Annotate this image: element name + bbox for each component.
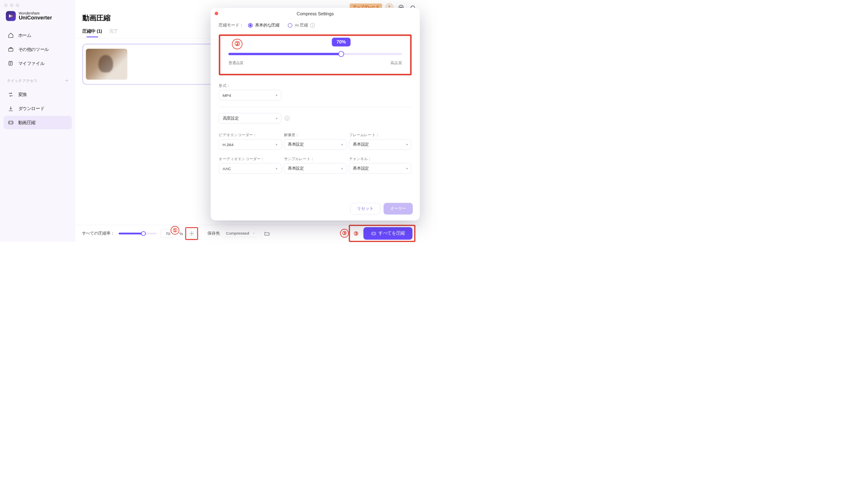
chevron-down-icon: ▾ bbox=[276, 93, 277, 97]
resolution-select[interactable]: 基本設定▾ bbox=[284, 139, 347, 150]
compress-all-button[interactable]: すべてを圧縮 bbox=[364, 227, 413, 240]
framerate-select[interactable]: 基本設定▾ bbox=[349, 139, 412, 150]
save-label: 保存先 bbox=[207, 231, 220, 236]
quick-access-label: クイックアクセス bbox=[7, 78, 37, 84]
chevron-down-icon: ▾ bbox=[406, 142, 408, 146]
ratio-label: すべての圧縮率： bbox=[82, 231, 115, 236]
info-icon[interactable]: i bbox=[310, 23, 315, 28]
channel-value: 基本設定 bbox=[353, 166, 369, 171]
sidebar: Wondershare UniConverter ホーム その他のツール マイフ… bbox=[0, 0, 75, 242]
framerate-label: フレームレート： bbox=[349, 127, 412, 137]
tab-compressing[interactable]: 圧縮中 (1) bbox=[82, 26, 102, 37]
format-value: MP4 bbox=[223, 93, 231, 97]
framerate-value: 基本設定 bbox=[353, 142, 369, 147]
mode-ai-radio[interactable]: AI 圧縮 i bbox=[288, 23, 315, 28]
video-enc-value: H.264 bbox=[223, 142, 234, 147]
annotation-2: ② bbox=[232, 39, 242, 49]
quality-low-label: 普通品質 bbox=[229, 60, 244, 66]
dialog-title: Compress Settings bbox=[211, 8, 420, 17]
compress-mode-row: 圧縮モード： 基本的な圧縮 AI 圧縮 i bbox=[219, 23, 412, 28]
samplerate-select[interactable]: 基本設定▾ bbox=[284, 163, 347, 173]
chevron-down-icon: ▾ bbox=[406, 166, 408, 170]
radio-off-icon bbox=[288, 23, 292, 28]
resolution-label: 解像度： bbox=[284, 127, 347, 137]
quality-slider-box: ② 70% 普通品質 高品質 bbox=[219, 34, 412, 75]
video-thumbnail bbox=[86, 49, 127, 80]
compress-icon bbox=[7, 120, 14, 126]
settings-gear-button[interactable] bbox=[187, 228, 197, 238]
ratio-slider[interactable] bbox=[118, 233, 157, 234]
samplerate-label: サンプルレート： bbox=[284, 151, 347, 161]
format-label: 形式： bbox=[219, 83, 412, 88]
svg-point-5 bbox=[400, 7, 400, 7]
video-enc-label: ビデオエンコーダー： bbox=[219, 127, 281, 137]
dialog-title-text: Compress Settings bbox=[297, 12, 334, 17]
nav-myfiles[interactable]: マイファイル bbox=[3, 57, 72, 70]
svg-point-3 bbox=[388, 5, 390, 7]
nav-home[interactable]: ホーム bbox=[3, 29, 72, 42]
nav-home-label: ホーム bbox=[18, 33, 31, 38]
nav-tools[interactable]: その他のツール bbox=[3, 43, 72, 56]
svg-point-7 bbox=[402, 7, 402, 7]
qa-compress-label: 動画圧縮 bbox=[18, 120, 36, 125]
advanced-select[interactable]: 高度設定 ▾ bbox=[219, 113, 281, 123]
qa-download[interactable]: ダウンロード bbox=[3, 102, 72, 115]
app-logo: Wondershare UniConverter bbox=[0, 9, 75, 27]
logo-icon bbox=[6, 11, 16, 21]
toolbox-icon bbox=[7, 46, 14, 53]
chevron-down-icon: ▾ bbox=[276, 166, 277, 170]
bottom-bar: すべての圧縮率： 70 ① % 保存先 Compressed ③ ③ すべてを bbox=[75, 225, 422, 242]
save-location-select[interactable]: Compressed bbox=[224, 230, 258, 238]
annotation-3-circle: ③ bbox=[340, 229, 349, 238]
traffic-min[interactable] bbox=[10, 3, 13, 7]
window-traffic-lights bbox=[0, 0, 75, 9]
audio-enc-label: オーディオエンコーダー： bbox=[219, 151, 281, 161]
ratio-unit: % bbox=[179, 231, 183, 235]
mode-basic-label: 基本的な圧縮 bbox=[255, 23, 279, 28]
open-folder-icon[interactable] bbox=[264, 230, 270, 236]
slider-bubble: 70% bbox=[332, 38, 351, 46]
save-location-value: Compressed bbox=[226, 231, 249, 235]
quick-access-header: クイックアクセス + bbox=[0, 72, 75, 86]
nav-myfiles-label: マイファイル bbox=[18, 60, 44, 66]
svg-point-8 bbox=[191, 233, 193, 234]
resolution-value: 基本設定 bbox=[288, 142, 304, 147]
annotation-1: ① bbox=[171, 226, 179, 235]
reset-button[interactable]: リセット bbox=[350, 203, 380, 214]
dialog-footer: リセット オーケー bbox=[211, 199, 420, 220]
quality-slider[interactable] bbox=[229, 53, 402, 55]
files-icon bbox=[7, 60, 14, 67]
svg-rect-0 bbox=[9, 48, 13, 51]
compress-settings-dialog: Compress Settings 圧縮モード： 基本的な圧縮 AI 圧縮 i bbox=[211, 8, 420, 221]
download-icon bbox=[7, 106, 14, 112]
chevron-down-icon: ▾ bbox=[341, 142, 343, 146]
qa-convert-label: 変換 bbox=[18, 92, 27, 97]
compress-mode-label: 圧縮モード： bbox=[219, 23, 243, 28]
dialog-close-icon[interactable] bbox=[215, 12, 218, 15]
tab-done[interactable]: 完了 bbox=[109, 26, 118, 37]
ok-button[interactable]: オーケー bbox=[383, 203, 413, 214]
audio-enc-value: AAC bbox=[223, 166, 231, 170]
channel-label: チャンネル： bbox=[349, 151, 412, 161]
qa-compress[interactable]: 動画圧縮 bbox=[3, 116, 72, 129]
mode-basic-radio[interactable]: 基本的な圧縮 bbox=[248, 23, 279, 28]
svg-rect-2 bbox=[9, 121, 13, 124]
samplerate-value: 基本設定 bbox=[288, 166, 304, 171]
chevron-down-icon: ▾ bbox=[276, 142, 277, 146]
radio-on-icon bbox=[248, 23, 253, 28]
format-select[interactable]: MP4 ▾ bbox=[219, 90, 281, 100]
quick-access-add-icon[interactable]: + bbox=[65, 78, 68, 84]
annotation-3: ③ bbox=[352, 229, 360, 238]
info-icon[interactable]: i bbox=[285, 116, 289, 120]
home-icon bbox=[7, 32, 14, 39]
mode-ai-label: AI 圧縮 bbox=[295, 23, 308, 28]
convert-icon bbox=[7, 91, 14, 98]
qa-convert[interactable]: 変換 bbox=[3, 88, 72, 101]
chevron-down-icon: ▾ bbox=[276, 116, 277, 120]
traffic-close[interactable] bbox=[4, 3, 7, 7]
audio-enc-select[interactable]: AAC▾ bbox=[219, 163, 281, 173]
video-enc-select[interactable]: H.264▾ bbox=[219, 139, 281, 150]
brand-name: UniConverter bbox=[19, 14, 52, 20]
traffic-max[interactable] bbox=[16, 3, 19, 7]
channel-select[interactable]: 基本設定▾ bbox=[349, 163, 412, 173]
